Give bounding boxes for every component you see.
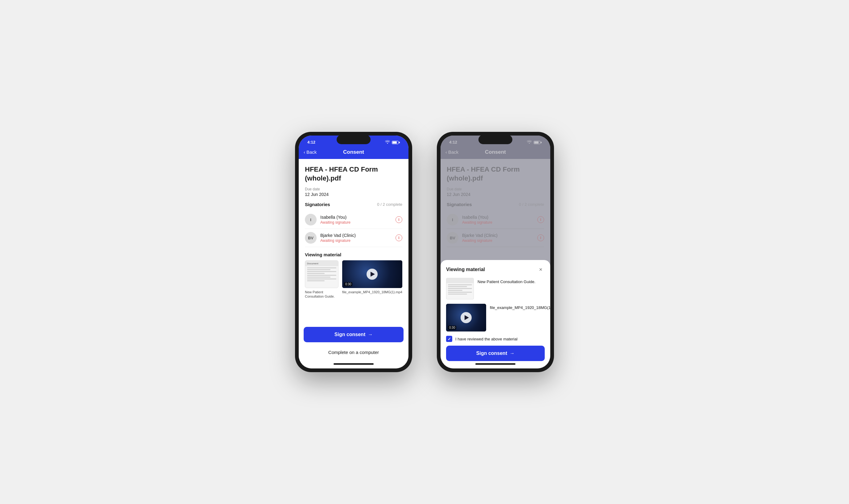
back-label-1: Back <box>307 149 317 155</box>
modal-video-duration-2: 0:30 <box>448 326 456 330</box>
info-icon-isabella-1[interactable]: i <box>396 216 402 223</box>
doc-label-1: Document <box>307 262 318 265</box>
video-name-1: file_example_MP4_1920_18MG(1).mp4 <box>342 290 402 294</box>
checkmark-2: ✓ <box>448 337 451 341</box>
modal-video-thumb-2: 0:30 <box>446 304 486 331</box>
review-checkbox-2[interactable]: ✓ <box>446 336 452 342</box>
viewing-material-1: Viewing material Document <box>305 252 402 299</box>
doc-line-1 <box>307 267 336 268</box>
play-triangle-1 <box>370 272 375 277</box>
material-grid-1: Document <box>305 260 402 299</box>
modal-header-2: Viewing material × <box>446 266 545 273</box>
complete-count-1: 0 / 2 complete <box>377 202 402 207</box>
info-icon-bjarke-1[interactable]: i <box>396 234 402 241</box>
doc-name-1: New Patient Consultation Guide. <box>305 290 339 299</box>
signatory-name-isabella-1: Isabella (You) <box>320 215 396 220</box>
play-button-2[interactable] <box>461 312 472 323</box>
avatar-bjarke-1: BV <box>305 232 317 244</box>
signatory-item-isabella-1: I Isabella (You) Awaiting signature i <box>305 211 402 229</box>
material-video-1[interactable]: 0:30 file_example_MP4_1920_18MG(1).mp4 <box>342 260 402 299</box>
home-indicator-1 <box>299 359 409 368</box>
modal-doc-line-1 <box>448 284 472 285</box>
video-thumbnail-1: 0:30 <box>342 260 402 288</box>
doc-line-8 <box>307 280 325 281</box>
signatory-info-isabella-1: Isabella (You) Awaiting signature <box>320 215 396 224</box>
battery-icon-1 <box>392 140 400 144</box>
doc-thumb-lines-1 <box>305 266 338 288</box>
modal-doc-line-3 <box>448 288 472 289</box>
signatory-item-bjarke-1: BV Bjarke Vad (Clinic) Awaiting signatur… <box>305 229 402 247</box>
doc-line-5 <box>307 275 336 276</box>
sign-consent-label-1: Sign consent <box>334 332 365 337</box>
modal-doc-thumb-2 <box>446 278 474 300</box>
checkbox-row-2: ✓ I have reviewed the above material <box>446 336 545 342</box>
home-bar-2 <box>475 363 516 365</box>
modal-doc-line-6 <box>448 293 467 294</box>
signatories-title-1: Signatories <box>305 202 330 207</box>
sign-consent-button-2[interactable]: Sign consent → <box>446 346 545 361</box>
dynamic-island <box>336 135 370 144</box>
wifi-icon-1 <box>385 140 390 144</box>
checkbox-label-2: I have reviewed the above material <box>455 337 518 341</box>
form-title-1: HFEA - HFEA CD Form (whole).pdf <box>305 165 402 183</box>
modal-sheet-2: Viewing material × New Patient Co <box>440 260 550 368</box>
doc-line-3 <box>307 271 336 272</box>
signatory-name-bjarke-1: Bjarke Vad (Clinic) <box>320 233 396 238</box>
modal-doc-lines-2 <box>446 283 473 297</box>
material-doc-1[interactable]: Document <box>305 260 339 299</box>
phone-1-screen: 4:12 ‹ <box>299 136 409 368</box>
modal-title-2: Viewing material <box>446 267 485 272</box>
back-arrow-icon-1: ‹ <box>304 149 305 155</box>
nav-title-1: Consent <box>343 149 364 155</box>
doc-thumbnail-1: Document <box>305 260 339 288</box>
modal-doc-line-5 <box>448 292 472 293</box>
signatory-status-bjarke-1: Awaiting signature <box>320 238 396 243</box>
play-triangle-2 <box>465 315 469 320</box>
viewing-material-title-1: Viewing material <box>305 252 402 257</box>
sign-consent-arrow-1: → <box>368 332 373 337</box>
complete-computer-button-1[interactable]: Complete on a computer <box>304 345 403 359</box>
modal-doc-line-4 <box>448 290 463 291</box>
video-duration-1: 0:30 <box>344 282 352 286</box>
sign-consent-button-1[interactable]: Sign consent → <box>304 327 403 342</box>
phone-2: 4:12 ‹ <box>437 132 554 372</box>
content-1: HFEA - HFEA CD Form (whole).pdf Due date… <box>299 159 409 321</box>
due-date-value-1: 12 Jun 2024 <box>305 192 402 197</box>
sign-consent-label-2: Sign consent <box>476 350 507 356</box>
modal-doc-line-2 <box>448 286 467 287</box>
phone-2-screen: 4:12 ‹ <box>440 136 550 368</box>
doc-thumb-header-1: Document <box>305 260 338 266</box>
close-button-2[interactable]: × <box>537 266 545 273</box>
phone-1: 4:12 ‹ <box>295 132 412 372</box>
home-indicator-2 <box>440 359 550 368</box>
doc-line-6 <box>307 277 330 277</box>
doc-line-4 <box>307 273 325 274</box>
signatory-status-isabella-1: Awaiting signature <box>320 220 396 224</box>
sign-consent-arrow-2: → <box>509 350 515 356</box>
modal-doc-header-2 <box>446 278 473 283</box>
home-bar-1 <box>333 363 374 365</box>
nav-bar-1: ‹ Back Consent <box>299 146 409 159</box>
modal-video-name-2: file_example_MP4_1920_18MG(1).mp4 <box>490 304 550 310</box>
play-button-1[interactable] <box>366 269 378 280</box>
signatory-info-bjarke-1: Bjarke Vad (Clinic) Awaiting signature <box>320 233 396 243</box>
status-time-1: 4:12 <box>307 140 315 144</box>
status-icons-1 <box>385 140 400 144</box>
modal-doc-name-2: New Patient Consultation Guide. <box>478 278 545 285</box>
signatories-header-1: Signatories 0 / 2 complete <box>305 202 402 207</box>
modal-video-item-2[interactable]: 0:30 file_example_MP4_1920_18MG(1).mp4 <box>446 304 545 331</box>
dynamic-island-2 <box>479 135 513 144</box>
doc-line-2 <box>307 269 330 270</box>
avatar-isabella-1: I <box>305 214 317 226</box>
doc-line-7 <box>307 278 336 280</box>
bottom-actions-1: Sign consent → Complete on a computer <box>299 321 409 359</box>
modal-doc-item-2[interactable]: New Patient Consultation Guide. <box>446 278 545 300</box>
due-date-label-1: Due date <box>305 187 402 191</box>
back-button-1[interactable]: ‹ Back <box>304 149 317 155</box>
